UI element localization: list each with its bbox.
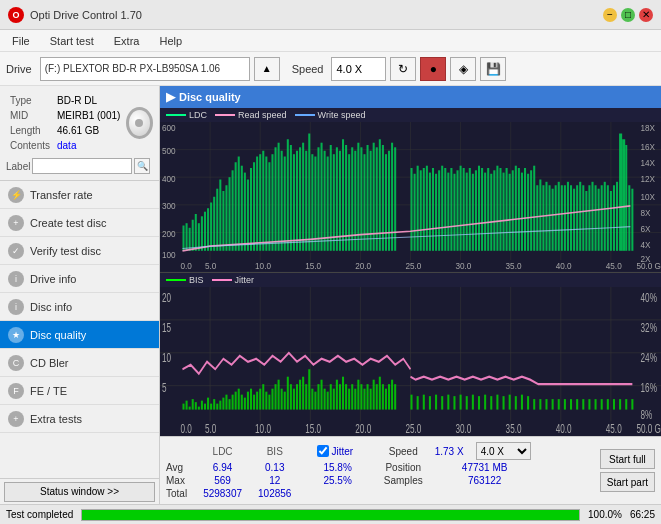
svg-rect-223 bbox=[204, 403, 206, 409]
jitter-checkbox[interactable] bbox=[317, 445, 329, 457]
drive-info-icon: i bbox=[8, 271, 24, 287]
svg-rect-129 bbox=[469, 168, 471, 251]
svg-text:10: 10 bbox=[162, 351, 171, 364]
svg-rect-290 bbox=[435, 394, 437, 409]
svg-rect-80 bbox=[305, 151, 307, 251]
svg-rect-218 bbox=[189, 406, 191, 409]
svg-rect-266 bbox=[336, 379, 338, 409]
nav-drive-info[interactable]: i Drive info bbox=[0, 265, 159, 293]
speed-label: Speed bbox=[376, 441, 431, 461]
progress-bar-container bbox=[81, 509, 580, 521]
chart-header: ▶ Disc quality bbox=[160, 86, 661, 108]
window-title: Opti Drive Control 1.70 bbox=[30, 9, 142, 21]
svg-rect-134 bbox=[484, 173, 486, 251]
disc-icon bbox=[126, 107, 153, 139]
start-full-button[interactable]: Start full bbox=[600, 449, 655, 469]
svg-rect-267 bbox=[339, 384, 341, 409]
extra-tests-icon: + bbox=[8, 411, 24, 427]
svg-rect-283 bbox=[388, 384, 390, 409]
drive-eject-button[interactable]: ▲ bbox=[254, 57, 280, 81]
bottom-chart: 20 15 10 5 40% 32% 24% 16% 8% 0.0 5.0 10… bbox=[160, 287, 661, 437]
status-window-button[interactable]: Status window >> bbox=[4, 482, 155, 502]
nav-extra-tests[interactable]: + Extra tests bbox=[0, 405, 159, 433]
svg-rect-291 bbox=[441, 396, 443, 409]
svg-rect-46 bbox=[201, 216, 203, 251]
transfer-rate-icon: ⚡ bbox=[8, 187, 24, 203]
nav-label-cd-bler: CD Bler bbox=[30, 357, 69, 369]
svg-rect-257 bbox=[308, 369, 310, 409]
nav-disc-info[interactable]: i Disc info bbox=[0, 293, 159, 321]
svg-rect-311 bbox=[564, 399, 566, 409]
svg-rect-299 bbox=[490, 396, 492, 409]
svg-rect-167 bbox=[585, 191, 587, 251]
menu-file[interactable]: File bbox=[4, 33, 38, 49]
svg-rect-288 bbox=[423, 394, 425, 409]
nav-create-test-disc[interactable]: + Create test disc bbox=[0, 209, 159, 237]
svg-rect-118 bbox=[435, 174, 437, 251]
svg-rect-70 bbox=[275, 147, 277, 251]
svg-rect-174 bbox=[607, 185, 609, 251]
minimize-button[interactable]: − bbox=[603, 8, 617, 22]
svg-rect-221 bbox=[198, 406, 200, 409]
nav-transfer-rate[interactable]: ⚡ Transfer rate bbox=[0, 181, 159, 209]
svg-rect-68 bbox=[268, 162, 270, 251]
svg-rect-300 bbox=[496, 394, 498, 409]
speed-select[interactable]: 4.0 X bbox=[476, 442, 531, 460]
svg-rect-245 bbox=[271, 388, 273, 409]
menu-extra[interactable]: Extra bbox=[106, 33, 148, 49]
svg-rect-321 bbox=[625, 399, 627, 409]
legend-jitter: Jitter bbox=[235, 275, 255, 285]
svg-rect-319 bbox=[613, 399, 615, 409]
legend-read-speed: Read speed bbox=[238, 110, 287, 120]
nav-verify-test-disc[interactable]: ✓ Verify test disc bbox=[0, 237, 159, 265]
svg-rect-281 bbox=[382, 384, 384, 409]
svg-rect-148 bbox=[527, 174, 529, 251]
svg-rect-161 bbox=[567, 182, 569, 251]
mid-label: MID bbox=[8, 109, 53, 122]
svg-text:8%: 8% bbox=[641, 408, 653, 421]
svg-rect-41 bbox=[186, 223, 188, 251]
svg-rect-238 bbox=[250, 388, 252, 409]
svg-rect-164 bbox=[576, 185, 578, 251]
speed-refresh-button[interactable]: ↻ bbox=[390, 57, 416, 81]
label-browse-button[interactable]: 🔍 bbox=[134, 158, 150, 174]
samples-value: 763122 bbox=[431, 474, 539, 487]
maximize-button[interactable]: □ bbox=[621, 8, 635, 22]
svg-text:300: 300 bbox=[162, 201, 176, 212]
svg-rect-261 bbox=[321, 379, 323, 409]
svg-rect-302 bbox=[509, 394, 511, 409]
svg-rect-111 bbox=[414, 174, 416, 251]
bis-total: 102856 bbox=[250, 487, 299, 500]
toolbar-btn1[interactable]: ● bbox=[420, 57, 446, 81]
length-label: Length bbox=[8, 124, 53, 137]
svg-rect-259 bbox=[314, 391, 316, 409]
svg-rect-222 bbox=[201, 400, 203, 409]
menu-help[interactable]: Help bbox=[151, 33, 190, 49]
svg-rect-228 bbox=[219, 400, 221, 409]
bis-avg: 0.13 bbox=[250, 461, 299, 474]
start-part-button[interactable]: Start part bbox=[600, 472, 655, 492]
svg-rect-139 bbox=[499, 168, 501, 251]
svg-text:20.0: 20.0 bbox=[355, 423, 371, 436]
nav-cd-bler[interactable]: C CD Bler bbox=[0, 349, 159, 377]
svg-text:18X: 18X bbox=[641, 123, 656, 134]
svg-rect-224 bbox=[207, 397, 209, 409]
toolbar-btn2[interactable]: ◈ bbox=[450, 57, 476, 81]
svg-text:10.0: 10.0 bbox=[255, 261, 271, 272]
nav-disc-quality[interactable]: ★ Disc quality bbox=[0, 321, 159, 349]
nav-fe-te[interactable]: F FE / TE bbox=[0, 377, 159, 405]
label-input[interactable] bbox=[32, 158, 132, 174]
close-button[interactable]: ✕ bbox=[639, 8, 653, 22]
svg-text:0.0: 0.0 bbox=[180, 423, 192, 436]
svg-rect-78 bbox=[299, 147, 301, 251]
mid-value: MEIRB1 (001) bbox=[55, 109, 124, 122]
svg-text:40.0: 40.0 bbox=[556, 423, 572, 436]
svg-text:35.0: 35.0 bbox=[506, 261, 522, 272]
menu-start-test[interactable]: Start test bbox=[42, 33, 102, 49]
svg-rect-64 bbox=[256, 157, 258, 251]
svg-rect-131 bbox=[475, 170, 477, 251]
toolbar-save-button[interactable]: 💾 bbox=[480, 57, 506, 81]
svg-rect-270 bbox=[348, 388, 350, 409]
svg-rect-229 bbox=[222, 397, 224, 409]
svg-rect-163 bbox=[573, 189, 575, 251]
